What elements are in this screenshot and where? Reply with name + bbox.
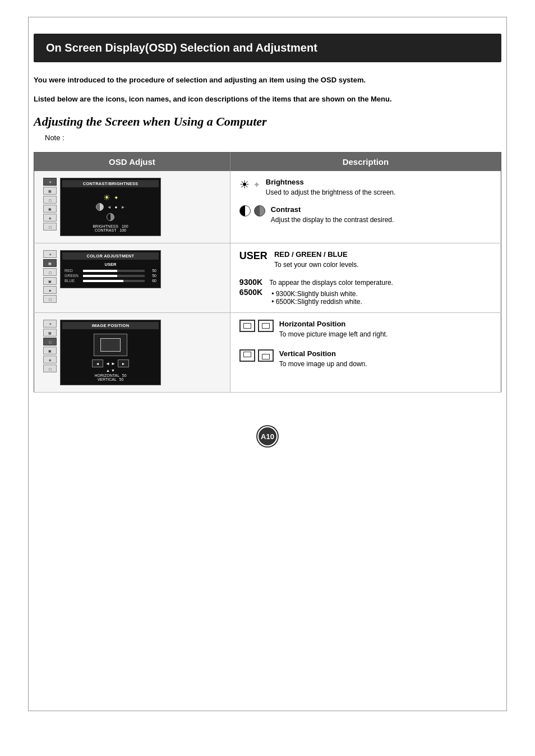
sidebar-pos-icon-4: ▣ [43, 347, 57, 354]
osd-screen-title-brightness: CONTRAST/BRIGHTNESS [62, 180, 159, 187]
sidebar-pos-icon-1: ☀ [43, 320, 57, 328]
osd-color-title: COLOR ADJUSTMENT [62, 252, 159, 260]
osd-screen-brightness: CONTRAST/BRIGHTNESS ☀ ✦ ◄ ● ► [60, 178, 161, 236]
border-left [28, 17, 29, 711]
sun-icon-small: ✦ [114, 195, 118, 201]
brightness-suns: ☀ ✦ [62, 190, 159, 202]
desc-cell-color: USER RED / GREEN / BLUE To set your own … [230, 243, 501, 313]
page-wrapper: On Screen Display(OSD) Selection and Adj… [0, 0, 535, 756]
osd-screen-position: IMAGE POSITION ◄ ◄ ► ► [60, 320, 161, 385]
sidebar-pos-icon-6: ◻ [43, 365, 57, 372]
sidebar-icon-2: ▦ [43, 187, 57, 195]
inner-screen-icon [100, 338, 121, 352]
slider-blue: BLUE 60 [64, 279, 156, 283]
horiz-pos-icons [239, 320, 274, 332]
slider-green-bar [83, 275, 145, 277]
brightness-value: 100 [122, 224, 128, 228]
contrast-desc-label: Contrast [271, 205, 394, 214]
col-description: Description [230, 153, 501, 172]
pos-screen-display [62, 331, 159, 358]
sidebar-pos-icon-5: ◈ [43, 356, 57, 363]
arrow-right-icon: ● [115, 205, 118, 210]
contrast-arrow-row: ◄ ● ► [62, 203, 159, 211]
sun-icon-desc: ☀ [239, 178, 250, 191]
sidebar-color-icon-6: ◻ [43, 295, 57, 303]
horiz-desc-label: Horizontal Position [279, 320, 388, 328]
vert-desc: Vertical Position To move image up and d… [279, 349, 367, 371]
horiz-right-icon [258, 320, 274, 332]
osd-sidebar-icons: ☀ ▦ ◻ ▣ ◈ ◻ [43, 178, 57, 231]
contrast-label: CONTRAST [95, 228, 116, 232]
sidebar-icon-6: ◻ [43, 223, 57, 231]
note-text: Note : [45, 133, 501, 142]
contrast-desc-text: Adjust the display to the contrast desir… [271, 215, 394, 225]
contrast-full-icon [254, 205, 265, 216]
vert-down-icon [258, 349, 274, 362]
horiz-inner-left [243, 323, 251, 329]
contrast-desc: Contrast Adjust the display to the contr… [271, 205, 394, 227]
pos-left-icon: ◄ [92, 359, 103, 367]
desc-cell-brightness: ☀ ✦ Brightness Used to adjust the bright… [230, 171, 501, 243]
desc-cell-position: Horizontal Position To move picture imag… [230, 313, 501, 393]
table-row: ☀ ▦ ◻ ▣ ◈ ◻ COLOR ADJUSTMENT USER [34, 243, 501, 313]
table-row: ☀ ▦ ◻ ▣ ◈ ◻ IMAGE POSITION [34, 313, 501, 393]
slider-green-value: 50 [146, 274, 156, 278]
temp-desc: To appear the displays color temperature… [269, 278, 393, 306]
horiz-desc-text: To move picture image left and right. [279, 329, 388, 339]
osd-cell-brightness: ☀ ▦ ◻ ▣ ◈ ◻ CONTRAST/BRIGHTNESS ☀ ✦ [34, 171, 230, 243]
sidebar-color-icon-1: ☀ [43, 250, 57, 258]
contrast-icon-row [62, 212, 159, 223]
border-top [28, 17, 507, 17]
slider-blue-label: BLUE [64, 279, 81, 283]
slider-red-value: 50 [146, 269, 156, 273]
slider-red-label: RED [64, 269, 81, 273]
temp-9300k: 9300K [239, 278, 262, 287]
slider-green-fill [83, 275, 117, 277]
horiz-left-icon [239, 320, 255, 332]
brightness-desc-label: Brightness [266, 178, 395, 186]
user-desc-content: RED / GREEN / BLUE To set your own color… [274, 250, 359, 272]
osd-pos-title: IMAGE POSITION [62, 322, 159, 329]
sun-icon-big: ☀ [103, 193, 110, 202]
intro-paragraph-2: Listed below are the icons, icon names, … [34, 94, 501, 105]
table-row: ☀ ▦ ◻ ▣ ◈ ◻ CONTRAST/BRIGHTNESS ☀ ✦ [34, 171, 501, 243]
vert-desc-text: To move image up and down. [279, 359, 367, 369]
osd-user-label: USER [62, 262, 159, 267]
circle-left [96, 203, 104, 211]
sidebar-icon-1: ☀ [43, 178, 57, 186]
pos-arrow-spacer: ◄ ► [105, 361, 116, 366]
contrast-icons-row [239, 205, 265, 216]
col-osd-adjust: OSD Adjust [34, 153, 230, 172]
sidebar-color-icon-5: ◈ [43, 286, 57, 294]
brightness-value-row: BRIGHTNESS 100 [62, 224, 159, 228]
outer-screen-icon [94, 334, 127, 356]
pos-right-icon: ► [118, 359, 129, 367]
temp-labels-group: 9300K 6500K [239, 278, 262, 297]
slider-blue-bar [83, 280, 145, 282]
page-title: On Screen Display(OSD) Selection and Adj… [34, 34, 501, 62]
horiz-inner-right [262, 323, 270, 329]
brightness-label: BRIGHTNESS [93, 224, 118, 228]
sidebar-color-icon-2: ▦ [43, 259, 57, 267]
horizontal-val-row: HORIZONTAL 50 [62, 374, 159, 377]
sidebar-color-icon-4: ▣ [43, 277, 57, 285]
slider-red-bar [83, 270, 145, 272]
temp-bullet-list: 9300K:Slightly bluish white. 6500K:Sligh… [271, 290, 393, 306]
vertical-label: VERTICAL [98, 377, 117, 381]
arrow-spacer: ► [121, 205, 125, 210]
temp-6500k: 6500K [239, 288, 262, 297]
sidebar-icon-3: ◻ [43, 196, 57, 204]
bullet-6500k: 6500K:Slightly reddish white. [271, 298, 393, 306]
horizontal-label: HORIZONTAL [94, 374, 119, 377]
border-right [506, 17, 507, 711]
rgb-desc-text: To set your own color levels. [274, 260, 359, 270]
vert-inner-down [262, 354, 270, 359]
page-number-badge: A10 [257, 426, 278, 446]
vert-pos-icons [239, 349, 274, 362]
temp-desc-main: To appear the displays color temperature… [269, 278, 393, 288]
arrow-left-icon: ◄ [107, 205, 112, 210]
osd-sidebar-pos-icons: ☀ ▦ ◻ ▣ ◈ ◻ [43, 320, 57, 372]
vertical-val-row: VERTICAL 50 [62, 377, 159, 381]
horizontal-value: 50 [122, 374, 127, 377]
sidebar-icon-4: ▣ [43, 205, 57, 213]
